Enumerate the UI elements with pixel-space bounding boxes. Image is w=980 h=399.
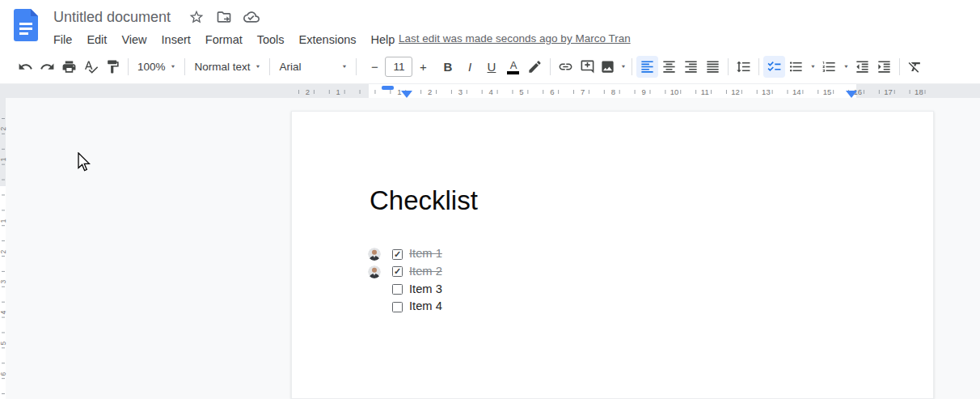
google-docs-window: Untitled document FileEditViewInsertForm…: [0, 0, 980, 399]
font-size-input[interactable]: 11: [385, 57, 412, 77]
menu-item-help[interactable]: Help: [364, 31, 403, 49]
ruler-number: 1: [0, 157, 7, 163]
ruler-number: 1: [336, 87, 340, 96]
cloud-saved-icon[interactable]: [243, 9, 260, 25]
checklist-button[interactable]: [763, 56, 785, 78]
chevron-down-icon: ▼: [810, 65, 816, 70]
spell-check-button[interactable]: [80, 56, 102, 78]
clear-formatting-button[interactable]: [904, 56, 926, 78]
redo-button[interactable]: [36, 56, 58, 78]
first-line-indent-marker[interactable]: [382, 86, 394, 90]
assignee-avatar[interactable]: [368, 248, 381, 261]
ruler-number: 4: [489, 87, 493, 96]
menu-item-edit[interactable]: Edit: [79, 31, 114, 49]
menubar: FileEditViewInsertFormatToolsExtensionsH…: [46, 29, 402, 50]
justify-button[interactable]: [702, 56, 724, 78]
document-page[interactable]: Checklist ✓Item 1 ✓Item 2Item 3Item 4: [291, 111, 934, 399]
bold-button[interactable]: B: [437, 56, 458, 78]
add-comment-button[interactable]: [577, 56, 598, 78]
print-icon: [61, 59, 77, 74]
font-family-select[interactable]: Arial ▼: [274, 56, 352, 78]
align-center-button[interactable]: [658, 56, 680, 78]
highlight-color-button[interactable]: [524, 56, 546, 78]
insert-link-button[interactable]: [555, 56, 577, 78]
checkbox-checked[interactable]: ✓: [392, 249, 403, 260]
align-right-button[interactable]: [680, 56, 702, 78]
checkbox-unchecked[interactable]: [392, 284, 403, 295]
increase-indent-icon: [877, 59, 892, 74]
vertical-ruler: 21123456: [0, 98, 6, 399]
text-color-button[interactable]: A: [502, 56, 524, 78]
italic-icon: I: [468, 60, 471, 74]
toolbar-separator: [184, 58, 185, 75]
toolbar-separator: [550, 58, 551, 75]
ruler-number: 1: [0, 218, 7, 223]
add-comment-icon: [580, 59, 595, 74]
underline-button[interactable]: U: [480, 56, 502, 78]
decrease-indent-icon: [855, 59, 870, 74]
menu-item-insert[interactable]: Insert: [154, 31, 198, 49]
horizontal-ruler: 21123456789101112131415161718: [0, 83, 980, 98]
image-icon: [600, 59, 615, 74]
checklist-item-label[interactable]: Item 2: [409, 265, 442, 278]
chevron-down-icon: ▼: [171, 65, 176, 70]
checklist-item-label[interactable]: Item 3: [409, 282, 442, 295]
checklist-item-label[interactable]: Item 4: [409, 299, 442, 312]
redo-icon: [40, 59, 55, 74]
bulleted-list-dropdown[interactable]: ▼: [807, 56, 818, 78]
right-indent-marker[interactable]: [846, 91, 857, 98]
menu-item-extensions[interactable]: Extensions: [292, 31, 364, 49]
menu-item-file[interactable]: File: [46, 31, 79, 49]
numbered-list-button[interactable]: [818, 56, 840, 78]
left-indent-marker[interactable]: [401, 91, 412, 98]
ruler-number: 10: [670, 87, 679, 96]
ruler-number: 17: [884, 87, 893, 96]
line-spacing-icon: [736, 59, 751, 74]
paint-format-icon: [105, 59, 120, 74]
ruler-number: 11: [701, 87, 709, 96]
menu-item-tools[interactable]: Tools: [250, 31, 292, 49]
ruler-number: 2: [0, 248, 7, 254]
ruler-number: 7: [581, 87, 585, 96]
italic-button[interactable]: I: [458, 56, 480, 78]
undo-button[interactable]: [15, 56, 36, 78]
toolbar-separator: [758, 58, 759, 75]
checklist-item-row: Item 3: [292, 282, 933, 299]
numbered-list-dropdown[interactable]: ▼: [840, 56, 851, 78]
ruler-number: 2: [306, 87, 310, 96]
checkbox-unchecked[interactable]: [392, 302, 403, 312]
checkbox-checked[interactable]: ✓: [392, 266, 403, 277]
assignee-avatar[interactable]: [368, 265, 381, 278]
increase-indent-button[interactable]: [873, 56, 895, 78]
document-title[interactable]: Untitled document: [53, 9, 171, 26]
chevron-down-icon: ▼: [342, 65, 348, 70]
numbered-list-icon: [822, 59, 837, 74]
title-column: Untitled document FileEditViewInsertForm…: [53, 6, 402, 50]
increase-font-size-button[interactable]: +: [412, 57, 433, 78]
menu-item-format[interactable]: Format: [198, 31, 250, 49]
paragraph-style-select[interactable]: Normal text ▼: [189, 56, 265, 78]
line-spacing-button[interactable]: [733, 56, 754, 78]
star-icon[interactable]: [188, 9, 205, 25]
paint-format-button[interactable]: [102, 56, 124, 78]
align-left-button[interactable]: [636, 56, 658, 78]
bulleted-list-button[interactable]: [785, 56, 807, 78]
checklist-item-label[interactable]: Item 1: [409, 247, 442, 260]
clear-formatting-icon: [907, 59, 923, 74]
print-button[interactable]: [58, 56, 80, 78]
ruler-number: 2: [0, 126, 7, 132]
zoom-select[interactable]: 100% ▼: [133, 56, 180, 78]
font-family-value: Arial: [279, 61, 301, 73]
checklist-icon: [767, 59, 782, 74]
menu-item-view[interactable]: View: [114, 31, 154, 49]
text-color-icon: A: [507, 60, 519, 74]
insert-image-button[interactable]: ▼: [598, 56, 627, 78]
last-edit-link[interactable]: Last edit was made seconds ago by Marco …: [399, 32, 631, 45]
google-docs-logo-icon[interactable]: [14, 9, 38, 41]
decrease-indent-button[interactable]: [851, 56, 873, 78]
toolbar-separator: [632, 58, 632, 75]
justify-icon: [705, 59, 720, 74]
move-to-folder-icon[interactable]: [216, 9, 232, 25]
decrease-font-size-button[interactable]: −: [364, 57, 385, 78]
ruler-number: 13: [762, 87, 771, 96]
